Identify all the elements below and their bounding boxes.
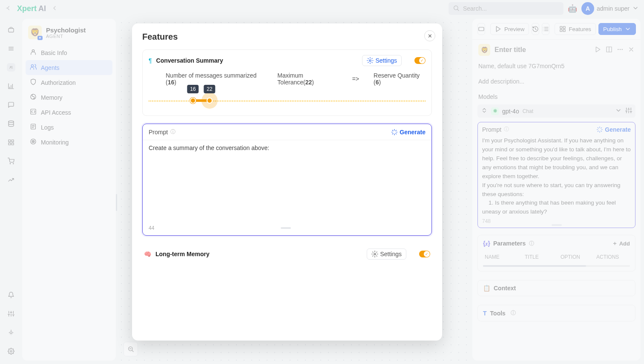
reserve-label: Reserve Quantity (6)	[374, 72, 426, 86]
resize-grip[interactable]	[281, 227, 291, 229]
svg-point-30	[374, 253, 376, 255]
modal-title: Features	[142, 32, 432, 42]
arrow-label: =>	[352, 75, 359, 82]
feature-title: Long-term Memory	[155, 251, 210, 257]
help-icon[interactable]: ⓘ	[170, 128, 175, 136]
svg-point-29	[369, 60, 371, 61]
prompt-label: Prompt	[149, 129, 168, 136]
close-button[interactable]: ✕	[424, 30, 435, 41]
summarized-label: Number of messages summarized (16)	[166, 72, 263, 86]
paragraph-icon: ¶	[149, 57, 152, 64]
brain-icon: 🧠	[144, 251, 151, 257]
features-modal: ✕ Features ¶ Conversation Summary Settin…	[132, 23, 442, 341]
settings-button[interactable]: Settings	[367, 248, 406, 260]
tolerance-label: Maximum Tolerance(22)	[277, 72, 337, 86]
feature-title: Conversation Summary	[156, 57, 223, 64]
toggle-switch[interactable]	[414, 57, 426, 64]
char-count: 44	[149, 225, 154, 231]
settings-button[interactable]: Settings	[362, 55, 402, 66]
range-slider[interactable]: 16 22	[149, 96, 426, 107]
generate-button[interactable]: Generate	[391, 129, 426, 136]
prompt-textarea[interactable]	[149, 144, 426, 217]
modal-prompt-panel: Prompt ⓘ Generate 44	[142, 124, 432, 236]
toggle-switch[interactable]	[419, 251, 430, 257]
